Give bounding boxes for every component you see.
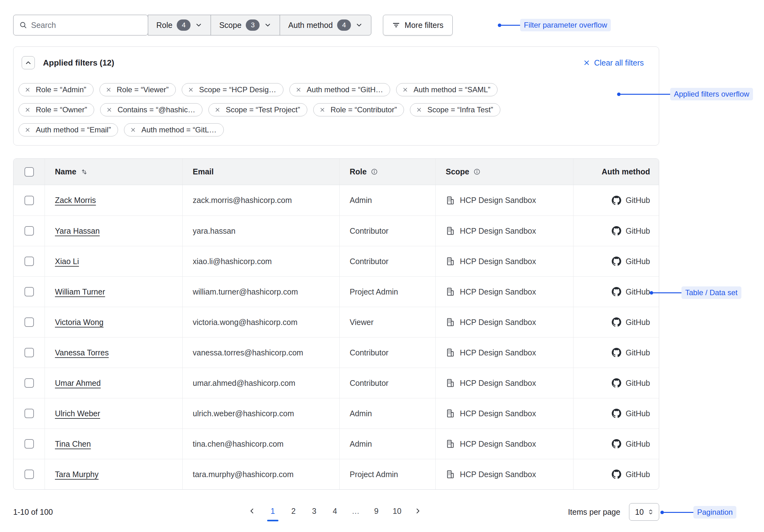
- user-name-link[interactable]: Yara Hassan: [55, 226, 100, 235]
- scope-cell: HCP Design Sandbox: [435, 307, 573, 337]
- applied-filter-chip[interactable]: Role = “Admin”: [19, 83, 94, 96]
- remove-filter-icon[interactable]: [106, 107, 112, 113]
- clear-all-filters-link[interactable]: Clear all filters: [583, 58, 644, 67]
- row-select-cell: [14, 459, 45, 489]
- remove-filter-icon[interactable]: [402, 86, 408, 93]
- table-row: Vanessa Torres vanessa.torres@hashicorp.…: [14, 337, 659, 368]
- applied-filter-chip[interactable]: Scope = “HCP Desig…: [182, 83, 284, 96]
- scope-cell: HCP Design Sandbox: [435, 246, 573, 276]
- items-per-page-value: 10: [635, 507, 644, 517]
- remove-filter-icon[interactable]: [416, 107, 422, 113]
- items-per-page: Items per page 10: [568, 503, 659, 521]
- row-checkbox[interactable]: [25, 348, 34, 357]
- user-name-link[interactable]: Tina Chen: [55, 440, 91, 449]
- filter-dropdown-group: Role 4 Scope 3 Auth method 4: [148, 15, 371, 36]
- user-name-link[interactable]: Victoria Wong: [55, 318, 103, 327]
- annotation-table-dataset: Table / Data set: [650, 286, 741, 299]
- row-checkbox[interactable]: [25, 226, 34, 235]
- row-select-cell: [14, 368, 45, 398]
- user-name-link[interactable]: Xiao Li: [55, 257, 79, 266]
- next-page-button[interactable]: [411, 504, 424, 518]
- table-body: Zack Morris zack.morris@hashicorp.com Ad…: [14, 185, 659, 489]
- applied-filter-chip[interactable]: Scope = “Test Project”: [208, 103, 307, 116]
- filter-dropdown-button[interactable]: Auth method 4: [280, 15, 371, 35]
- github-icon: [612, 469, 621, 479]
- user-name-link[interactable]: Umar Ahmed: [55, 379, 101, 388]
- items-per-page-select[interactable]: 10: [629, 503, 659, 521]
- info-icon[interactable]: [370, 168, 378, 176]
- annotation-filter-parameter-overflow: Filter parameter overflow: [498, 19, 611, 31]
- row-checkbox[interactable]: [25, 439, 34, 449]
- collapse-filters-button[interactable]: [22, 56, 35, 69]
- row-checkbox[interactable]: [25, 287, 34, 297]
- search-icon: [19, 21, 27, 29]
- row-checkbox[interactable]: [25, 378, 34, 388]
- page-number-button[interactable]: 4: [328, 504, 341, 518]
- page-number-button[interactable]: 10: [390, 504, 404, 518]
- more-filters-label: More filters: [405, 21, 444, 30]
- page-number-button[interactable]: 9: [370, 504, 383, 518]
- table-row: Tara Murphy tara.murphy@hashicorp.com Pr…: [14, 459, 659, 489]
- role-cell: Admin: [339, 185, 435, 215]
- row-checkbox[interactable]: [25, 409, 34, 418]
- applied-filter-chip[interactable]: Role = “Owner”: [19, 103, 94, 116]
- applied-filter-chip[interactable]: Auth method = “Email”: [19, 123, 118, 136]
- page-number-button[interactable]: 1: [266, 504, 280, 518]
- remove-filter-icon[interactable]: [130, 127, 136, 133]
- applied-filter-chip[interactable]: Auth method = “SAML”: [396, 83, 497, 96]
- filter-dropdown-button[interactable]: Scope 3: [211, 15, 280, 35]
- page-number-button[interactable]: 2: [287, 504, 300, 518]
- user-name-link[interactable]: Ulrich Weber: [55, 409, 100, 418]
- applied-filter-chip[interactable]: Auth method = “GitH…: [289, 83, 390, 96]
- previous-page-button[interactable]: [246, 504, 259, 518]
- user-name-link[interactable]: Tara Murphy: [55, 470, 98, 479]
- scope-cell: HCP Design Sandbox: [435, 216, 573, 246]
- user-name-link[interactable]: Vanessa Torres: [55, 348, 108, 357]
- column-header-scope: Scope: [435, 159, 573, 185]
- applied-filter-chip[interactable]: Auth method = “GitL…: [124, 123, 224, 136]
- annotation-line: [621, 94, 670, 95]
- applied-filter-chip[interactable]: Role = “Viewer”: [99, 83, 176, 96]
- close-icon: [583, 59, 590, 66]
- filter-dropdown-button[interactable]: Role 4: [148, 15, 211, 35]
- chevron-down-icon: [195, 21, 202, 29]
- applied-filter-chips: Role = “Admin” Role = “Viewer” Scope = “…: [19, 83, 552, 136]
- scope-cell: HCP Design Sandbox: [435, 185, 573, 215]
- annotation-dot: [661, 511, 664, 514]
- remove-filter-icon[interactable]: [319, 107, 325, 113]
- remove-filter-icon[interactable]: [214, 107, 221, 113]
- remove-filter-icon[interactable]: [25, 86, 31, 93]
- row-checkbox[interactable]: [25, 469, 34, 479]
- remove-filter-icon[interactable]: [105, 86, 112, 93]
- row-checkbox[interactable]: [25, 318, 34, 327]
- user-name-link[interactable]: William Turner: [55, 287, 105, 297]
- name-cell: Xiao Li: [45, 246, 182, 276]
- chevron-right-icon: [414, 507, 422, 515]
- applied-filter-chip[interactable]: Scope = “Infra Test”: [410, 103, 500, 116]
- github-icon: [612, 348, 621, 357]
- applied-filter-chip[interactable]: Role = “Contributor”: [313, 103, 404, 116]
- remove-filter-icon[interactable]: [25, 107, 31, 113]
- remove-filter-icon[interactable]: [188, 86, 194, 93]
- select-all-checkbox[interactable]: [25, 167, 34, 177]
- sort-icon[interactable]: [80, 168, 88, 176]
- more-filters-button[interactable]: More filters: [383, 15, 453, 36]
- column-header-name[interactable]: Name: [45, 159, 182, 185]
- filter-bar: Role 4 Scope 3 Auth method 4 More filter…: [13, 15, 453, 36]
- organization-icon: [446, 196, 455, 205]
- remove-filter-icon[interactable]: [295, 86, 302, 93]
- applied-filter-chip[interactable]: Contains = “@hashic…: [100, 103, 202, 116]
- github-icon: [612, 439, 621, 449]
- page-ellipsis: …: [349, 507, 362, 516]
- user-name-link[interactable]: Zack Morris: [55, 196, 96, 205]
- search-input[interactable]: [31, 21, 142, 30]
- row-checkbox[interactable]: [25, 196, 34, 205]
- search-box[interactable]: [13, 15, 148, 36]
- email-cell: xiao.li@hashicorp.com: [182, 246, 339, 276]
- info-icon[interactable]: [473, 168, 481, 176]
- page-number-button[interactable]: 3: [307, 504, 321, 518]
- annotation-line: [653, 292, 681, 293]
- results-range-label: 1-10 of 100: [13, 507, 53, 517]
- row-checkbox[interactable]: [25, 257, 34, 266]
- remove-filter-icon[interactable]: [25, 127, 31, 133]
